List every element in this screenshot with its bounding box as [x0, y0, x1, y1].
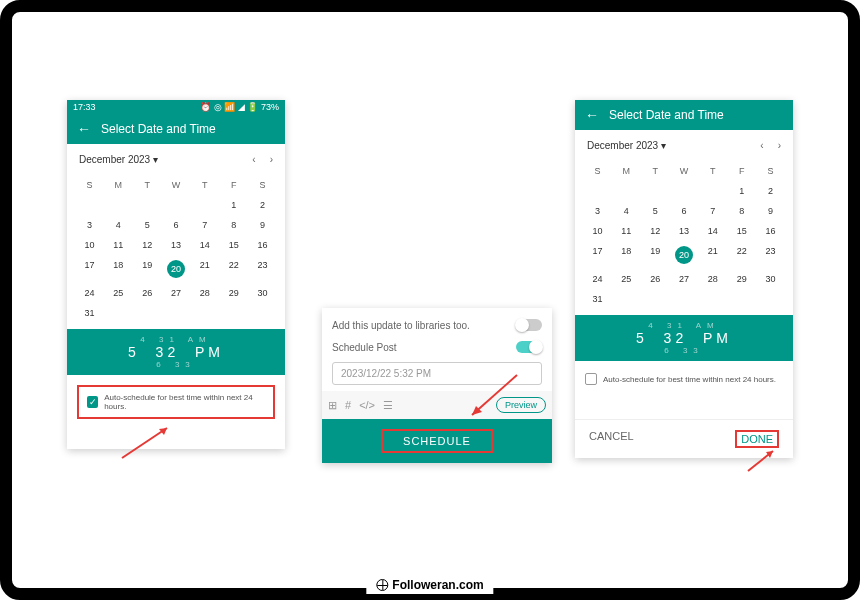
- day-cell[interactable]: 4: [104, 215, 133, 235]
- hashtag-icon[interactable]: #: [345, 399, 351, 412]
- day-cell[interactable]: 10: [583, 221, 612, 241]
- day-cell[interactable]: 8: [219, 215, 248, 235]
- day-cell[interactable]: 17: [583, 241, 612, 269]
- day-cell[interactable]: 2: [248, 195, 277, 215]
- auto-schedule-checkbox[interactable]: ✓ Auto-schedule for best time within nex…: [77, 385, 275, 419]
- prev-month-icon[interactable]: ‹: [252, 154, 255, 165]
- day-cell[interactable]: 12: [133, 235, 162, 255]
- day-cell[interactable]: 22: [219, 255, 248, 283]
- day-cell[interactable]: 24: [583, 269, 612, 289]
- day-cell[interactable]: 10: [75, 235, 104, 255]
- day-cell[interactable]: 13: [670, 221, 699, 241]
- back-icon[interactable]: ←: [77, 122, 91, 136]
- screenshot-left: 17:33 ⏰ ◎ 📶 ◢ 🔋 73% ← Select Date and Ti…: [67, 100, 285, 449]
- time-picker[interactable]: 4 31 AM 5 32 PM 6 33: [575, 315, 793, 361]
- next-month-icon[interactable]: ›: [270, 154, 273, 165]
- dow-cell: M: [104, 175, 133, 195]
- day-cell: [670, 289, 699, 309]
- day-cell[interactable]: 19: [641, 241, 670, 269]
- day-cell[interactable]: 14: [190, 235, 219, 255]
- day-cell[interactable]: 23: [248, 255, 277, 283]
- day-cell[interactable]: 28: [190, 283, 219, 303]
- day-cell[interactable]: 3: [583, 201, 612, 221]
- dow-cell: T: [190, 175, 219, 195]
- next-month-icon[interactable]: ›: [778, 140, 781, 151]
- calendar-grid[interactable]: SMTWTFS123456789101112131415161718192021…: [67, 175, 285, 329]
- schedule-post-toggle[interactable]: [516, 341, 542, 353]
- day-cell[interactable]: 8: [727, 201, 756, 221]
- time-row-below: 6 33: [575, 346, 793, 355]
- day-cell[interactable]: 27: [162, 283, 191, 303]
- day-cell[interactable]: 28: [698, 269, 727, 289]
- day-cell[interactable]: 31: [75, 303, 104, 323]
- time-picker[interactable]: 4 31 AM 5 32 PM 6 33: [67, 329, 285, 375]
- day-cell[interactable]: 25: [612, 269, 641, 289]
- day-cell[interactable]: 26: [133, 283, 162, 303]
- day-cell[interactable]: 29: [727, 269, 756, 289]
- day-cell[interactable]: 11: [612, 221, 641, 241]
- day-cell[interactable]: 20: [162, 255, 191, 283]
- libraries-toggle[interactable]: [516, 319, 542, 331]
- day-cell[interactable]: 2: [756, 181, 785, 201]
- day-cell[interactable]: 21: [190, 255, 219, 283]
- day-cell[interactable]: 18: [104, 255, 133, 283]
- day-cell: [612, 181, 641, 201]
- day-cell[interactable]: 1: [727, 181, 756, 201]
- day-cell[interactable]: 6: [670, 201, 699, 221]
- auto-schedule-checkbox[interactable]: Auto-schedule for best time within next …: [585, 369, 783, 389]
- day-cell[interactable]: 16: [756, 221, 785, 241]
- day-cell[interactable]: 3: [75, 215, 104, 235]
- day-cell[interactable]: 27: [670, 269, 699, 289]
- day-cell[interactable]: 20: [670, 241, 699, 269]
- robot-icon[interactable]: ☰: [383, 399, 393, 412]
- prev-month-icon[interactable]: ‹: [760, 140, 763, 151]
- day-cell[interactable]: 22: [727, 241, 756, 269]
- day-cell[interactable]: 9: [248, 215, 277, 235]
- day-cell[interactable]: 15: [727, 221, 756, 241]
- code-icon[interactable]: </>: [359, 399, 375, 412]
- day-cell[interactable]: 26: [641, 269, 670, 289]
- dow-cell: W: [670, 161, 699, 181]
- day-cell[interactable]: 29: [219, 283, 248, 303]
- day-cell[interactable]: 6: [162, 215, 191, 235]
- day-cell[interactable]: 19: [133, 255, 162, 283]
- globe-icon: [376, 579, 388, 591]
- dow-cell: T: [641, 161, 670, 181]
- day-cell[interactable]: 9: [756, 201, 785, 221]
- time-row-main: 5 32 PM: [575, 330, 793, 346]
- day-cell[interactable]: 4: [612, 201, 641, 221]
- day-cell: [698, 289, 727, 309]
- day-cell[interactable]: 13: [162, 235, 191, 255]
- back-icon[interactable]: ←: [585, 108, 599, 122]
- device-frame: 17:33 ⏰ ◎ 📶 ◢ 🔋 73% ← Select Date and Ti…: [0, 0, 860, 600]
- day-cell: [190, 303, 219, 323]
- camera-icon[interactable]: ⊞: [328, 399, 337, 412]
- month-selector[interactable]: December 2023 ▾ ‹ ›: [575, 130, 793, 161]
- day-cell[interactable]: 1: [219, 195, 248, 215]
- day-cell[interactable]: 14: [698, 221, 727, 241]
- day-cell[interactable]: 24: [75, 283, 104, 303]
- day-cell[interactable]: 7: [190, 215, 219, 235]
- schedule-button[interactable]: SCHEDULE: [381, 429, 493, 453]
- day-cell[interactable]: 30: [756, 269, 785, 289]
- annotation-arrow: [743, 446, 783, 480]
- day-cell[interactable]: 21: [698, 241, 727, 269]
- day-cell[interactable]: 31: [583, 289, 612, 309]
- month-selector[interactable]: December 2023 ▾ ‹ ›: [67, 144, 285, 175]
- day-cell[interactable]: 18: [612, 241, 641, 269]
- day-cell[interactable]: 7: [698, 201, 727, 221]
- day-cell[interactable]: 15: [219, 235, 248, 255]
- day-cell[interactable]: 12: [641, 221, 670, 241]
- day-cell[interactable]: 5: [641, 201, 670, 221]
- day-cell[interactable]: 25: [104, 283, 133, 303]
- day-cell[interactable]: 5: [133, 215, 162, 235]
- dow-cell: S: [756, 161, 785, 181]
- day-cell[interactable]: 11: [104, 235, 133, 255]
- day-cell[interactable]: 23: [756, 241, 785, 269]
- day-cell[interactable]: 30: [248, 283, 277, 303]
- calendar-grid[interactable]: SMTWTFS123456789101112131415161718192021…: [575, 161, 793, 315]
- cancel-button[interactable]: CANCEL: [589, 430, 634, 448]
- day-cell[interactable]: 17: [75, 255, 104, 283]
- day-cell[interactable]: 16: [248, 235, 277, 255]
- checkbox-checked-icon: ✓: [87, 396, 98, 408]
